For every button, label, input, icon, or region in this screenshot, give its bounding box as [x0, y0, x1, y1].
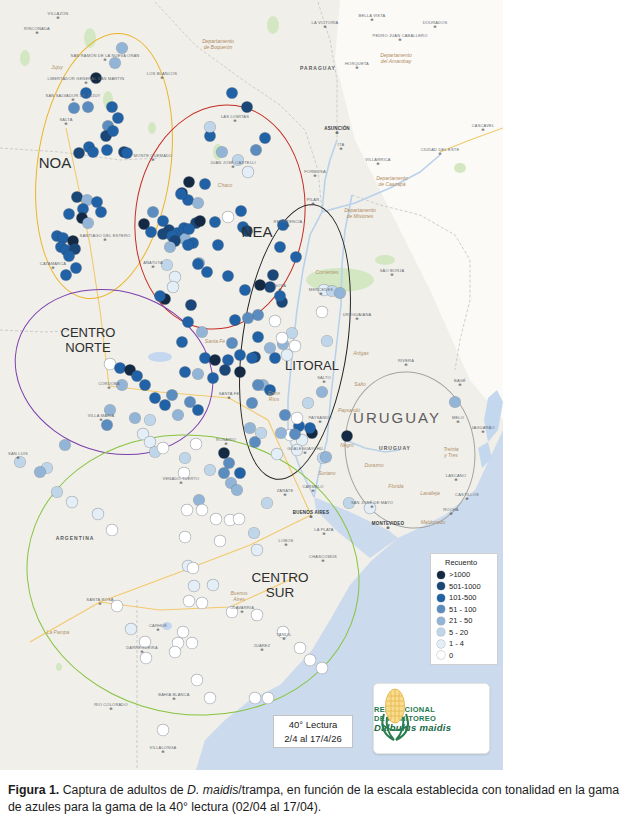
data-point: [180, 367, 191, 378]
park-area: [20, 50, 30, 66]
province-label: Entre Ríos: [268, 391, 280, 402]
city-marker-icon: ⊕: [309, 292, 333, 296]
province-label: Lavalleja: [420, 491, 440, 497]
city-marker-icon: ⊕: [312, 25, 339, 29]
data-point: [176, 189, 187, 200]
data-point: [141, 653, 152, 664]
data-point: [180, 453, 191, 464]
city-marker-icon: ⊕: [304, 174, 326, 178]
city-marker-icon: ⊕: [279, 543, 294, 547]
data-point: [160, 400, 171, 411]
data-point: [183, 240, 194, 251]
city-label: BELLA VISTA⊕: [359, 14, 386, 22]
city-label: HORQUETA⊕: [345, 62, 369, 70]
city-label: LIBERTADOR GENERAL SAN MARTÍN⊕: [48, 77, 125, 85]
city-marker-icon: ⊕: [302, 489, 323, 493]
data-point: [35, 467, 46, 478]
data-point: [217, 147, 228, 158]
legend-item-label: 1 - 4: [449, 639, 464, 648]
data-point: [317, 663, 328, 674]
data-point: [168, 282, 179, 293]
city-marker-icon: ⊕: [158, 697, 189, 701]
city-label: BAHÍA BLANCA⊕: [158, 693, 189, 701]
data-point: [256, 428, 267, 439]
legend-item-label: 5 - 20: [449, 628, 468, 637]
data-point: [122, 148, 133, 159]
province-label: Salto: [354, 382, 365, 388]
city-label: BAGÉ⊕: [454, 379, 466, 387]
data-point: [130, 413, 141, 424]
city-label: MELO⊕: [452, 416, 464, 424]
city-marker-icon: ⊕: [98, 386, 120, 390]
data-point: [252, 545, 263, 556]
city-marker-icon: ⊕: [317, 380, 331, 384]
data-point: [290, 341, 301, 352]
province-label: Treinta y Tres: [443, 447, 458, 458]
data-point: [107, 525, 118, 536]
data-point: [208, 373, 219, 384]
data-point: [188, 563, 199, 574]
legend-items: >1000501-1000101-50051 - 10021 - 505 - 2…: [437, 569, 497, 661]
data-point: [192, 675, 203, 686]
data-point: [158, 443, 169, 454]
legend-color-dot: [437, 594, 445, 602]
data-point: [170, 647, 181, 658]
data-point: [93, 509, 104, 520]
city-marker-icon: ⊕: [216, 442, 236, 446]
data-point: [193, 369, 204, 380]
data-point: [113, 113, 124, 124]
city-marker-icon: ⊕: [221, 119, 249, 123]
data-point: [193, 405, 204, 416]
city-label: SAN LUIS⊕: [8, 452, 28, 460]
city-marker-icon: ⊕: [88, 418, 115, 422]
city-marker-icon: ⊕: [308, 420, 331, 424]
legend-item: 1 - 4: [437, 638, 497, 650]
city-marker-icon: ⊕: [324, 131, 350, 135]
data-point: [245, 423, 256, 434]
city-marker-icon: ⊕: [149, 628, 167, 632]
province-label: Corrientes: [315, 270, 338, 276]
city-label: SALTO⊕: [317, 376, 331, 384]
city-marker-icon: ⊕: [59, 122, 72, 126]
city-label: CHASCOMÚS⊕: [309, 555, 337, 563]
data-point: [189, 581, 200, 592]
city-label: JUAN JOSÉ CASTELLI⊕: [210, 161, 256, 169]
city-label: LOBOS⊕: [279, 539, 294, 547]
data-point: [52, 487, 63, 498]
legend-item: 5 - 20: [437, 627, 497, 639]
province-label: Artigas: [353, 351, 369, 357]
data-point: [208, 580, 219, 591]
city-marker-icon: ⊕: [46, 98, 101, 102]
city-marker-icon: ⊕: [287, 451, 323, 455]
data-point: [210, 355, 221, 366]
legend-color-dot: [437, 605, 445, 613]
data-point: [287, 328, 298, 339]
park-area: [56, 663, 62, 671]
city-marker-icon: ⊕: [293, 515, 330, 519]
data-point: [234, 514, 245, 525]
legend-color-dot: [437, 582, 445, 590]
data-point: [265, 343, 276, 354]
city-label: SALTA⊕: [59, 118, 72, 126]
province-label: Jujuy: [51, 65, 63, 71]
data-point: [148, 207, 159, 218]
data-point: [64, 209, 75, 220]
data-point: [280, 410, 291, 421]
caption-label: Figura 1.: [8, 783, 59, 797]
city-label: MERCEDES⊕: [309, 288, 333, 296]
data-point: [83, 218, 94, 229]
city-label: VILLA MARÍA⊕: [88, 414, 115, 422]
province-label: Santa Fe: [205, 339, 225, 345]
data-point: [205, 465, 216, 476]
city-label: GUALEGUAYCHÚ⊕: [287, 447, 323, 455]
region-label-centro-norte: CENTRO NORTE: [61, 325, 116, 355]
city-marker-icon: ⊕: [24, 31, 50, 35]
data-point: [195, 216, 206, 227]
city-marker-icon: ⊕: [455, 497, 479, 501]
city-marker-icon: ⊕: [373, 38, 428, 42]
city-marker-icon: ⊕: [472, 128, 495, 132]
data-point: [126, 624, 137, 635]
data-point: [236, 206, 247, 217]
data-point: [202, 267, 213, 278]
city-marker-icon: ⊕: [48, 16, 69, 20]
